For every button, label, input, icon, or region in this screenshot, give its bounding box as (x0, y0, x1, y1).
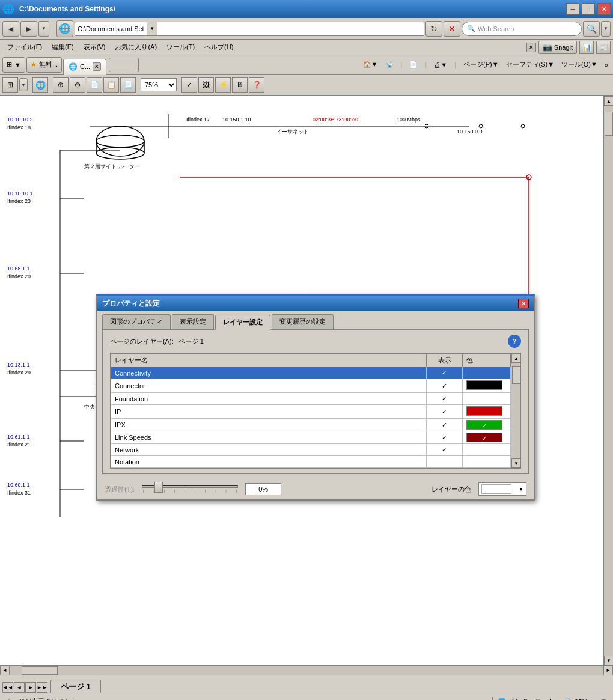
menu-help[interactable]: ヘルプ(H) (200, 41, 238, 53)
table-scrollbar: ▲ ▼ (511, 353, 520, 468)
opacity-thumb[interactable] (154, 482, 163, 493)
help-button[interactable]: ? (508, 335, 521, 348)
menu-tools[interactable]: ツール(T) (162, 41, 200, 53)
zoom-select[interactable]: 75% (141, 78, 177, 91)
search-options-button[interactable]: ▼ (601, 21, 611, 37)
close-button[interactable]: ✕ (597, 3, 611, 15)
table-row[interactable]: Link Speeds ✓ ✓ (111, 431, 511, 444)
title-bar: 🌐 C:\Documents and Settings\ ─ □ ✕ (0, 0, 613, 18)
addon-close[interactable]: ✕ (526, 43, 536, 52)
search-bar[interactable]: 🔍 Web Search (462, 22, 582, 36)
tool-lightning[interactable]: ⚡ (215, 77, 231, 93)
print-button[interactable]: 🖨▼ (432, 60, 450, 70)
refresh-button[interactable]: ↻ (425, 21, 442, 37)
bookmark-free[interactable]: ★ 無料... (26, 57, 62, 73)
scroll-down-button[interactable]: ▼ (604, 656, 613, 665)
addon-btn3[interactable]: 📰 (596, 41, 611, 54)
color-dropdown-arrow: ▼ (519, 487, 523, 492)
resize-grip[interactable]: ⊞ (599, 697, 608, 701)
table-row[interactable]: Foundation ✓ (111, 393, 511, 405)
menu-favorites[interactable]: お気に入り(A) (110, 41, 162, 53)
snagit-button[interactable]: 📷 Snagit (538, 41, 577, 54)
table-row[interactable]: Connectivity ✓ (111, 367, 511, 379)
tool-zoom-out[interactable]: ⊖ (70, 77, 85, 93)
svg-text:10.13.1.1: 10.13.1.1 (7, 362, 30, 368)
tools-menu[interactable]: ツール(O)▼ (559, 59, 600, 70)
forward-button[interactable]: ► (20, 21, 37, 37)
address-dropdown[interactable]: ▼ (147, 22, 157, 35)
home-button[interactable]: 🏠▼ (361, 59, 380, 70)
stop-button[interactable]: ✕ (444, 21, 460, 37)
tab-shape-props[interactable]: 図形のプロパティ (102, 314, 171, 329)
hscroll-thumb[interactable] (22, 666, 58, 675)
tool-grid[interactable]: ⊞ (2, 77, 18, 93)
more-button[interactable]: » (602, 60, 611, 70)
dialog-close-button[interactable]: ✕ (518, 299, 529, 308)
scroll-up-button[interactable]: ▲ (604, 96, 613, 106)
search-button[interactable]: 🔍 (583, 21, 600, 37)
svg-text:Ifindex 17: Ifindex 17 (186, 117, 210, 123)
tool-dropdown1[interactable]: ▼ (19, 78, 28, 91)
table-row[interactable]: IPX ✓ ✓ (111, 419, 511, 431)
svg-text:10.10.10.2: 10.10.10.2 (7, 117, 33, 123)
table-scroll-up[interactable]: ▲ (511, 353, 521, 363)
tool-doc3[interactable]: 📃 (120, 77, 136, 93)
tab-change-history[interactable]: 変更履歴の設定 (272, 314, 334, 329)
tool-frame[interactable]: 🖼 (198, 77, 214, 93)
app-toolbar: ⊞ ▼ 🌐 ⊕ ⊖ 📄 📋 📃 75% ✓ 🖼 ⚡ 🖥 ❓ (0, 75, 613, 96)
maximize-button[interactable]: □ (582, 3, 595, 15)
tab-prev-button[interactable]: ◄ (14, 682, 25, 693)
tab-close-icon[interactable]: ✕ (93, 62, 101, 71)
menu-file[interactable]: ファイル(F) (2, 41, 47, 53)
hscroll-left[interactable]: ◄ (0, 666, 10, 675)
scroll-thumb[interactable] (605, 112, 613, 136)
nav-dropdown-button[interactable]: ▼ (38, 21, 49, 37)
tool-zoom-in[interactable]: ⊕ (53, 77, 69, 93)
safety-menu[interactable]: セーフティ(S)▼ (504, 59, 557, 70)
table-scroll-down[interactable]: ▼ (511, 458, 521, 468)
rss-button[interactable]: 📡 (383, 59, 396, 70)
page-menu[interactable]: ページ(P)▼ (461, 59, 501, 70)
layer-color-connectivity (463, 367, 511, 379)
menu-edit[interactable]: 編集(E) (47, 41, 79, 53)
tool-monitor[interactable]: 🖥 (232, 77, 248, 93)
tool-confirm[interactable]: ✓ (181, 77, 197, 93)
back-button[interactable]: ◄ (2, 21, 19, 37)
tool-doc1[interactable]: 📄 (87, 77, 102, 93)
tab-first-button[interactable]: ◄◄ (2, 682, 13, 693)
layer-table-container: レイヤー名 表示 色 Connectivity ✓ (110, 353, 521, 469)
new-tab-area (109, 58, 139, 72)
tool-help[interactable]: ❓ (249, 77, 264, 93)
minimize-button[interactable]: ─ (566, 3, 579, 15)
tool-doc2[interactable]: 📋 (103, 77, 119, 93)
page-tab-1[interactable]: ページ 1 (50, 680, 101, 693)
hscroll-right[interactable]: ► (603, 666, 613, 675)
svg-text:10.61.1.1: 10.61.1.1 (7, 434, 30, 440)
addon-btn2[interactable]: 📊 (579, 41, 594, 54)
opacity-slider[interactable] (142, 485, 238, 488)
svg-text:第２層サイト ルーター: 第２層サイト ルーター (84, 163, 140, 169)
tab-layer-settings[interactable]: レイヤー設定 (215, 315, 270, 330)
table-row[interactable]: IP ✓ (111, 405, 511, 419)
tab-active[interactable]: 🌐 C... ✕ (63, 59, 106, 75)
tab-last-button[interactable]: ►► (37, 682, 47, 693)
search-placeholder: Web Search (478, 25, 514, 32)
page-button[interactable]: 📄 (407, 59, 420, 70)
opacity-value[interactable]: 0% (245, 483, 281, 495)
title-text: C:\Documents and Settings\ (17, 5, 564, 13)
tool-globe[interactable]: 🌐 (32, 77, 48, 93)
page-controls: 🏠▼ 📡 | 📄 | 🖨▼ | ページ(P)▼ セーフティ(S)▼ ツール(O)… (361, 59, 611, 70)
svg-point-13 (521, 124, 525, 128)
zone-icon: 🌐 (498, 698, 506, 700)
tab-next-button[interactable]: ► (25, 682, 36, 693)
address-bar[interactable]: C:\Documents and Set ▼ (75, 22, 424, 36)
table-row[interactable]: Notation (111, 456, 511, 468)
color-dropdown[interactable]: ▼ (478, 482, 526, 496)
table-scroll-thumb[interactable] (512, 366, 520, 384)
menu-view[interactable]: 表示(V) (79, 41, 111, 53)
table-row[interactable]: Connector ✓ (111, 379, 511, 393)
bookmark-apps[interactable]: ⊞ ▼ (2, 57, 25, 73)
tab-display-settings[interactable]: 表示設定 (172, 314, 214, 329)
opacity-label: 透過性(T): (105, 485, 135, 494)
table-row[interactable]: Network ✓ (111, 444, 511, 456)
